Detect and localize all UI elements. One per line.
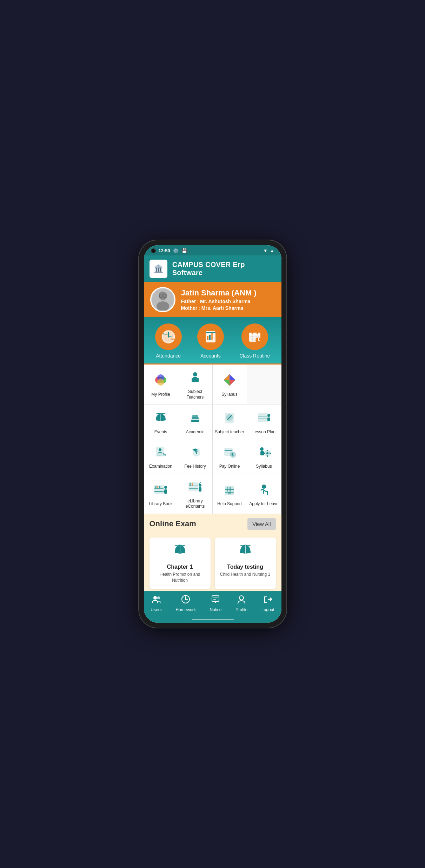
online-exam-section: Online Exam View All Chapter 1 H [144,514,281,591]
academic-label: Academic [186,429,205,435]
subject-teachers-icon [188,370,202,386]
menu-item-syllabus2[interactable]: Syllabus [247,439,281,474]
notice-nav-icon [211,595,220,606]
events-label: Events [154,429,167,435]
accounts-icon-circle [197,323,224,350]
elibrary-label: eLibrary eContents [180,499,210,509]
svg-point-102 [157,596,160,599]
svg-rect-48 [258,413,268,422]
my-profile-label: My Profile [151,392,170,398]
status-bar: 12:50 ⚙️ 💾 ▼ ▲ [144,245,281,255]
nav-item-notice[interactable]: Notice [210,595,221,612]
nav-item-profile[interactable]: Profile [235,595,247,612]
menu-item-academic[interactable]: Academic [178,405,213,440]
accounts-label: Accounts [200,353,221,359]
svg-rect-97 [228,492,231,494]
exam-card1-icon [153,543,207,561]
lesson-plan-label: Lesson Plan [252,429,275,435]
view-all-button[interactable]: View All [247,518,275,530]
menu-item-apply-leave[interactable]: Apply for Leave [247,474,281,514]
signal-icon: ▲ [270,248,274,253]
syllabus1-label: Syllabus [221,392,237,398]
svg-marker-41 [224,374,230,380]
quick-item-attendance[interactable]: Present Absent Attendance [155,323,182,359]
svg-marker-40 [224,380,230,386]
logo-icon: 🏛️ [154,264,163,273]
attendance-icon-circle: Present Absent [155,323,182,350]
menu-item-lesson-plan[interactable]: Lesson Plan [247,405,281,440]
svg-rect-67 [260,451,264,455]
status-left: 12:50 ⚙️ 💾 [151,248,187,253]
exam-header: Online Exam View All [144,514,281,534]
svg-text:Absent: Absent [171,338,176,340]
fee-history-label: Fee History [184,464,206,469]
profile-info: Jatin Sharma (ANM ) Father : Mr. Ashutos… [181,288,257,311]
svg-rect-71 [267,455,268,457]
academic-icon [188,410,202,427]
quick-icons-row: Present Absent Attendance [144,317,281,363]
menu-item-syllabus1[interactable]: Syllabus [213,365,247,405]
svg-rect-43 [192,417,199,419]
exam-card-today-testing[interactable]: Today testing Child Health and Nursing 1 [215,538,276,589]
svg-rect-17 [211,333,213,340]
exam-card-chapter1[interactable]: Chapter 1 Health Promotion and Nutrition [150,538,211,589]
menu-item-examination[interactable]: % Examination [144,439,178,474]
svg-rect-52 [267,418,270,421]
menu-item-subject-teacher[interactable]: Subject teacher [213,405,247,440]
mother-value: Mrs. Aarti Sharma [201,305,243,311]
svg-rect-15 [207,336,208,340]
settings-icon: ⚙️ [173,248,179,253]
menu-item-elibrary[interactable]: eLibrary eContents [178,474,213,514]
menu-item-fee-history[interactable]: ₹ Fee History [178,439,213,474]
svg-point-51 [267,414,270,417]
profile-name: Jatin Sharma (ANM ) [181,288,257,298]
svg-text:₹: ₹ [195,450,198,455]
quick-item-accounts[interactable]: Accounts [197,323,224,359]
svg-point-101 [153,596,157,600]
menu-item-help-support[interactable]: Help Support [213,474,247,514]
notice-nav-label: Notice [210,607,221,612]
svg-point-69 [266,452,268,454]
svg-rect-86 [192,483,193,486]
svg-rect-36 [193,377,197,379]
wifi-icon: ▼ [263,248,268,253]
nav-item-users[interactable]: Users [151,595,161,612]
svg-text:%: % [163,453,166,457]
exam-card2-icon [218,543,272,561]
attendance-label: Attendance [156,353,181,359]
menu-item-pay-online[interactable]: $ Pay Online [213,439,247,474]
menu-item-subject-teachers[interactable]: Subject Teachers [178,365,213,405]
svg-marker-39 [230,380,235,386]
syllabus2-icon [257,445,271,461]
svg-rect-20 [249,333,260,335]
sim-icon: 💾 [181,248,187,253]
menu-item-events[interactable]: Events [144,405,178,440]
events-icon [154,410,168,427]
nav-item-homework[interactable]: Homework [175,595,195,612]
examination-icon: % [154,445,168,461]
help-support-icon [223,482,237,499]
svg-rect-77 [155,486,157,488]
svg-rect-26 [257,332,258,334]
svg-rect-44 [192,415,198,417]
logout-nav-label: Logout [261,607,274,612]
exam-card1-title: Chapter 1 [153,564,207,570]
help-support-label: Help Support [217,501,242,507]
svg-point-106 [185,599,186,600]
svg-point-110 [239,596,244,600]
menu-item-library-book[interactable]: Library Book [144,474,178,514]
svg-rect-70 [267,450,268,451]
users-nav-label: Users [151,607,161,612]
svg-point-98 [262,485,266,489]
phone-frame: 12:50 ⚙️ 💾 ▼ ▲ 🏛️ CAMPUS COVER Erp Softw… [139,240,286,627]
my-profile-icon [154,373,168,389]
examination-label: Examination [149,464,172,469]
svg-text:$: $ [232,453,234,457]
svg-line-99 [263,490,264,494]
avatar [150,287,175,312]
nav-item-logout[interactable]: Logout [261,595,274,612]
pay-online-label: Pay Online [219,464,240,469]
quick-item-class-routine[interactable]: Class Routine [239,323,270,359]
fee-history-icon: ₹ [188,445,202,461]
menu-item-my-profile[interactable]: My Profile [144,365,178,405]
